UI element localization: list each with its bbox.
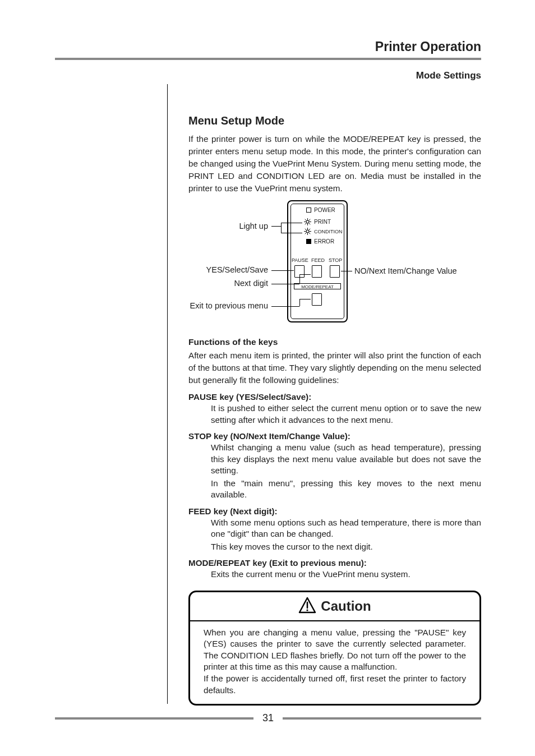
key-feed-p1: With some menu options such as head temp…	[211, 517, 481, 540]
chapter-title: Printer Operation	[55, 39, 481, 54]
svg-rect-4	[306, 220, 308, 223]
led-error-row: ERROR	[306, 238, 334, 245]
key-feed-p2: This key moves the cursor to the next di…	[211, 541, 481, 553]
key-stop-label: STOP	[329, 257, 342, 263]
led-print-row: PRINT	[304, 218, 331, 225]
caution-p2: If the power is accidentally turned off,…	[204, 673, 466, 696]
starburst-icon	[304, 218, 311, 225]
caution-box: Caution When you are changing a menu val…	[188, 591, 481, 706]
subsection-heading: Menu Setup Mode	[188, 114, 481, 127]
feed-key	[312, 265, 322, 278]
page-footer: 31	[55, 712, 481, 724]
header-rule	[55, 58, 481, 60]
key-stop-block: STOP key (NO/Next Item/Change Value): Wh…	[188, 431, 481, 501]
section-title: Mode Settings	[55, 70, 481, 81]
callout-yes: YES/Select/Save	[206, 265, 268, 274]
key-pause-block: PAUSE key (YES/Select/Save): It is pushe…	[188, 392, 481, 426]
callout-exit: Exit to previous menu	[190, 301, 268, 310]
key-mode-p1: Exits the current menu or the VuePrint m…	[211, 569, 481, 580]
intro-paragraph: If the printer power is turn on while th…	[188, 133, 481, 195]
starburst-icon	[304, 228, 311, 235]
control-panel-diagram: POWER PRINT CONDITION ERROR PAUSE FEED S…	[188, 199, 481, 328]
key-stop-title: STOP key (NO/Next Item/Change Value):	[188, 431, 481, 441]
led-condition-label: CONDITION	[314, 229, 343, 234]
functions-intro: After each menu item is printed, the pri…	[188, 349, 481, 386]
led-print-label: PRINT	[314, 219, 331, 225]
key-pause-p1: It is pushed to either select the curren…	[211, 403, 481, 426]
key-pause-title: PAUSE key (YES/Select/Save):	[188, 392, 481, 402]
svg-point-11	[307, 609, 308, 611]
key-stop-p2: In the "main menu", pressing this key mo…	[211, 478, 481, 501]
key-mode-title: MODE/REPEAT key (Exit to previous menu):	[188, 558, 481, 568]
svg-rect-9	[306, 230, 308, 232]
led-power-row: POWER	[306, 207, 335, 213]
mode-repeat-label: MODE/REPEAT	[294, 283, 341, 289]
key-stop-p1: Whilst changing a menu value (such as he…	[211, 442, 481, 477]
warning-icon	[298, 597, 316, 616]
key-pause-label: PAUSE	[292, 257, 308, 263]
key-mode-block: MODE/REPEAT key (Exit to previous menu):…	[188, 558, 481, 580]
key-feed-title: FEED key (Next digit):	[188, 506, 481, 516]
led-power-label: POWER	[314, 207, 335, 213]
square-filled-icon	[306, 239, 311, 244]
led-condition-row: CONDITION	[304, 228, 343, 235]
callout-no: NO/Next Item/Change Value	[354, 266, 457, 275]
square-icon	[306, 208, 311, 213]
caution-p1: When you are changing a menu value, pres…	[204, 627, 466, 673]
key-feed-block: FEED key (Next digit): With some menu op…	[188, 506, 481, 553]
page-number: 31	[253, 712, 283, 724]
functions-heading: Functions of the keys	[188, 337, 481, 347]
led-error-label: ERROR	[314, 238, 334, 245]
key-feed-label: FEED	[311, 257, 325, 263]
callout-light-up: Light up	[239, 222, 268, 231]
stop-key	[330, 265, 340, 278]
caution-title: Caution	[321, 598, 371, 614]
sidebar-rule	[167, 84, 168, 704]
callout-next-digit: Next digit	[234, 279, 268, 288]
mode-repeat-key	[312, 293, 322, 306]
